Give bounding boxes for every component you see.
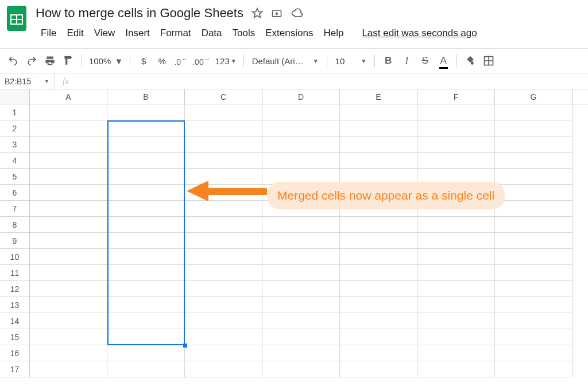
cell[interactable] [495, 281, 572, 297]
row-header[interactable]: 7 [0, 201, 30, 217]
cell[interactable] [30, 345, 107, 361]
cell[interactable] [340, 329, 417, 345]
column-header[interactable]: F [417, 89, 495, 104]
cell[interactable] [185, 297, 262, 313]
cell[interactable] [495, 120, 572, 136]
cell[interactable] [107, 313, 185, 329]
cell[interactable] [262, 281, 340, 297]
strikethrough-button[interactable]: S [416, 52, 434, 69]
cell[interactable] [185, 329, 262, 345]
column-header[interactable]: B [107, 89, 185, 104]
cell[interactable] [262, 313, 340, 329]
borders-button[interactable] [480, 52, 497, 69]
cell[interactable] [495, 297, 572, 313]
cell[interactable] [417, 201, 495, 217]
cell[interactable] [30, 313, 107, 329]
cell[interactable] [495, 169, 572, 185]
cell[interactable] [30, 217, 107, 233]
italic-button[interactable]: I [398, 52, 415, 69]
row-header[interactable]: 15 [0, 329, 30, 345]
cell[interactable] [340, 153, 417, 169]
row-header[interactable]: 10 [0, 249, 30, 265]
row-header[interactable]: 14 [0, 313, 30, 329]
cell[interactable] [417, 329, 495, 345]
cell[interactable] [495, 361, 572, 377]
menu-edit[interactable]: Edit [61, 24, 88, 42]
menu-insert[interactable]: Insert [120, 24, 155, 42]
cell[interactable] [30, 361, 107, 377]
row-header[interactable]: 17 [0, 361, 30, 377]
cell[interactable] [417, 361, 495, 377]
cell[interactable] [495, 265, 572, 281]
undo-button[interactable] [5, 52, 22, 69]
cell[interactable] [30, 265, 107, 281]
cell[interactable] [340, 297, 417, 313]
cell[interactable] [185, 249, 262, 265]
cell[interactable] [30, 136, 107, 153]
cell[interactable] [495, 345, 572, 361]
cell[interactable] [30, 201, 107, 217]
decrease-decimal-button[interactable]: .0 ← [172, 52, 189, 69]
cell[interactable] [417, 136, 495, 153]
font-size-dropdown[interactable]: 10 ▼ [332, 56, 370, 66]
cell[interactable] [417, 233, 495, 249]
currency-button[interactable]: $ [135, 52, 152, 69]
cell[interactable] [185, 120, 262, 136]
menu-data[interactable]: Data [196, 24, 227, 42]
cell[interactable] [107, 265, 185, 281]
percent-button[interactable]: % [153, 52, 171, 69]
increase-decimal-button[interactable]: .00 → [190, 52, 211, 69]
cell[interactable] [262, 185, 340, 201]
cell[interactable] [107, 249, 185, 265]
paint-format-button[interactable] [60, 52, 77, 69]
cell[interactable] [107, 281, 185, 297]
cell[interactable] [340, 249, 417, 265]
cell[interactable] [417, 345, 495, 361]
menu-file[interactable]: File [36, 24, 61, 42]
column-header[interactable]: A [30, 89, 107, 104]
cell[interactable] [107, 297, 185, 313]
row-header[interactable]: 1 [0, 104, 30, 120]
cloud-status-icon[interactable] [291, 7, 303, 19]
row-header[interactable]: 6 [0, 185, 30, 201]
cell[interactable] [107, 345, 185, 361]
cell[interactable] [107, 153, 185, 169]
document-title[interactable]: How to merge cells in Google Sheets [36, 5, 243, 22]
cell[interactable] [185, 136, 262, 153]
star-icon[interactable] [252, 7, 263, 19]
cell[interactable] [185, 153, 262, 169]
cell[interactable] [107, 169, 185, 185]
cell[interactable] [107, 120, 185, 136]
cell[interactable] [30, 249, 107, 265]
cell[interactable] [495, 104, 572, 120]
number-format-dropdown[interactable]: 123 ▼ [213, 52, 239, 69]
cell[interactable] [262, 169, 340, 185]
cell[interactable] [417, 153, 495, 169]
cell[interactable] [495, 185, 572, 201]
cell[interactable] [107, 201, 185, 217]
cell[interactable] [185, 265, 262, 281]
cell[interactable] [185, 345, 262, 361]
cell[interactable] [417, 281, 495, 297]
cell[interactable] [417, 265, 495, 281]
cell[interactable] [262, 233, 340, 249]
cell[interactable] [185, 361, 262, 377]
cell[interactable] [495, 313, 572, 329]
cell[interactable] [107, 185, 185, 201]
cell[interactable] [262, 345, 340, 361]
move-icon[interactable] [271, 7, 283, 19]
cell[interactable] [107, 233, 185, 249]
cell[interactable] [262, 201, 340, 217]
cell[interactable] [107, 104, 185, 120]
column-header[interactable]: G [495, 89, 572, 104]
cell[interactable] [340, 201, 417, 217]
menu-tools[interactable]: Tools [227, 24, 261, 42]
select-all-corner[interactable] [0, 89, 30, 104]
sheets-logo-icon[interactable] [6, 5, 29, 34]
cell[interactable] [340, 313, 417, 329]
cell[interactable] [417, 313, 495, 329]
cell[interactable] [495, 201, 572, 217]
row-header[interactable]: 12 [0, 281, 30, 297]
cell[interactable] [417, 120, 495, 136]
text-color-button[interactable]: A [435, 52, 452, 69]
